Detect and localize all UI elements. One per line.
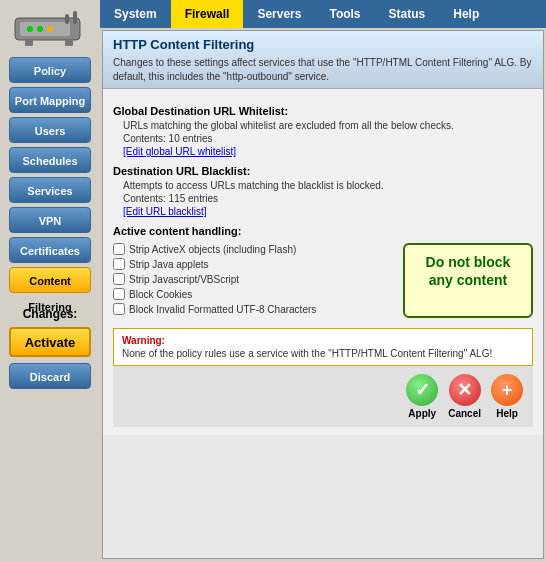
checkbox-javascript[interactable] <box>113 273 125 285</box>
content-panel: HTTP Content Filtering Changes to these … <box>102 30 544 559</box>
cancel-button-wrap: ✕ Cancel <box>448 374 481 419</box>
checkbox-activex[interactable] <box>113 243 125 255</box>
apply-button-wrap: ✓ Apply <box>406 374 438 419</box>
checkbox-cookies-label: Block Cookies <box>129 289 192 300</box>
whitelist-title: Global Destination URL Whitelist: <box>113 105 533 117</box>
warning-text: None of the policy rules use a service w… <box>122 348 524 359</box>
sidebar-item-services[interactable]: Services <box>9 177 91 203</box>
sidebar-item-certificates[interactable]: Certificates <box>9 237 91 263</box>
top-navigation: System Firewall Servers Tools Status Hel… <box>100 0 546 28</box>
active-content-section: Strip ActiveX objects (including Flash) … <box>113 243 533 318</box>
sidebar-item-port-mapping[interactable]: Port Mapping <box>9 87 91 113</box>
whitelist-contents: Contents: 10 entries <box>123 133 533 144</box>
nav-system[interactable]: System <box>100 0 171 28</box>
svg-rect-7 <box>25 40 33 46</box>
router-icon <box>10 8 90 55</box>
blacklist-title: Destination URL Blacklist: <box>113 165 533 177</box>
nav-firewall[interactable]: Firewall <box>171 0 244 28</box>
nav-status[interactable]: Status <box>375 0 440 28</box>
sidebar: Policy Port Mapping Users Schedules Serv… <box>0 0 100 561</box>
checkbox-java-label: Strip Java applets <box>129 259 209 270</box>
help-button[interactable]: + <box>491 374 523 406</box>
checkbox-java[interactable] <box>113 258 125 270</box>
nav-servers[interactable]: Servers <box>243 0 315 28</box>
sidebar-item-vpn[interactable]: VPN <box>9 207 91 233</box>
svg-rect-8 <box>65 40 73 46</box>
svg-rect-6 <box>73 11 77 24</box>
help-button-wrap: + Help <box>491 374 523 419</box>
page-title: HTTP Content Filtering <box>113 37 533 52</box>
warning-box: Warning: None of the policy rules use a … <box>113 328 533 366</box>
main-area: System Firewall Servers Tools Status Hel… <box>100 0 546 561</box>
cancel-button[interactable]: ✕ <box>449 374 481 406</box>
cancel-label: Cancel <box>448 408 481 419</box>
blacklist-edit-link[interactable]: [Edit URL blacklist] <box>123 206 533 217</box>
help-label: Help <box>496 408 518 419</box>
sidebar-item-schedules[interactable]: Schedules <box>9 147 91 173</box>
discard-button[interactable]: Discard <box>9 363 91 389</box>
checkbox-java-row: Strip Java applets <box>113 258 393 270</box>
page-description: Changes to these settings affect service… <box>113 56 533 84</box>
do-not-block-bubble: Do not blockany content <box>403 243 533 318</box>
svg-point-3 <box>37 26 43 32</box>
warning-title: Warning: <box>122 335 524 346</box>
sidebar-item-content-filtering[interactable]: Content Filtering <box>9 267 91 293</box>
checkbox-cookies[interactable] <box>113 288 125 300</box>
sidebar-item-policy[interactable]: Policy <box>9 57 91 83</box>
blacklist-contents: Contents: 115 entries <box>123 193 533 204</box>
checkbox-javascript-row: Strip Javascript/VBScript <box>113 273 393 285</box>
svg-point-2 <box>27 26 33 32</box>
checkbox-javascript-label: Strip Javascript/VBScript <box>129 274 239 285</box>
checkboxes-area: Strip ActiveX objects (including Flash) … <box>113 243 393 318</box>
whitelist-edit-link[interactable]: [Edit global URL whitelist] <box>123 146 533 157</box>
content-body: Global Destination URL Whitelist: URLs m… <box>103 89 543 435</box>
content-header: HTTP Content Filtering Changes to these … <box>103 31 543 89</box>
apply-button[interactable]: ✓ <box>406 374 438 406</box>
sidebar-item-users[interactable]: Users <box>9 117 91 143</box>
checkbox-activex-label: Strip ActiveX objects (including Flash) <box>129 244 296 255</box>
nav-tools[interactable]: Tools <box>315 0 374 28</box>
checkbox-utf8-row: Block Invalid Formatted UTF-8 Characters <box>113 303 393 315</box>
changes-label: Changes: <box>23 307 78 321</box>
checkbox-activex-row: Strip ActiveX objects (including Flash) <box>113 243 393 255</box>
active-content-title: Active content handling: <box>113 225 533 237</box>
whitelist-desc: URLs matching the global whitelist are e… <box>123 120 533 131</box>
checkbox-cookies-row: Block Cookies <box>113 288 393 300</box>
blacklist-desc: Attempts to access URLs matching the bla… <box>123 180 533 191</box>
svg-point-4 <box>47 26 53 32</box>
activate-button[interactable]: Activate <box>9 327 91 357</box>
svg-rect-5 <box>65 14 69 24</box>
checkbox-utf8[interactable] <box>113 303 125 315</box>
checkbox-utf8-label: Block Invalid Formatted UTF-8 Characters <box>129 304 316 315</box>
action-bar: ✓ Apply ✕ Cancel + Help <box>113 366 533 427</box>
nav-help[interactable]: Help <box>439 0 493 28</box>
apply-label: Apply <box>408 408 436 419</box>
